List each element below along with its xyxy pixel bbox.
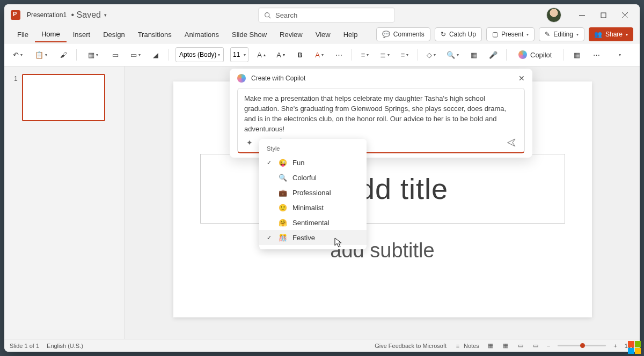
copilot-panel-icon xyxy=(237,74,246,83)
more-font-button[interactable]: ⋯ xyxy=(332,47,345,63)
festive-emoji-icon: 🎊 xyxy=(279,234,287,242)
svg-rect-3 xyxy=(601,13,606,18)
zoom-slider[interactable] xyxy=(558,345,606,346)
maximize-button[interactable] xyxy=(592,4,614,26)
overflow-button[interactable]: ⋯ xyxy=(590,47,603,63)
increase-font-button[interactable]: A▴ xyxy=(255,47,268,63)
zoom-in-button[interactable]: + xyxy=(613,343,617,349)
reading-view-icon[interactable]: ▭ xyxy=(517,342,524,350)
section-button[interactable]: ▭▾ xyxy=(128,47,143,63)
menu-tabs: File Home Insert Design Transitions Anim… xyxy=(4,26,640,43)
paste-button[interactable]: 📋▾ xyxy=(31,47,50,63)
close-button[interactable] xyxy=(614,4,635,26)
editing-chevron-icon[interactable]: ▾ xyxy=(576,32,579,37)
comments-button[interactable]: 💬 Comments xyxy=(376,27,430,41)
copilot-icon xyxy=(518,50,527,59)
style-item-minimalist[interactable]: 🙂 Minimalist xyxy=(259,200,367,215)
minimize-button[interactable] xyxy=(571,4,592,26)
status-bar: Slide 1 of 1 English (U.S.) Give Feedbac… xyxy=(4,339,640,352)
bold-button[interactable]: B xyxy=(294,47,306,63)
svg-point-0 xyxy=(265,12,269,17)
bullets-button[interactable]: ≡▾ xyxy=(358,47,371,63)
sorter-view-icon[interactable]: ▦ xyxy=(502,342,509,350)
style-item-sentimental[interactable]: 🤗 Sentimental xyxy=(259,215,367,230)
style-item-colorful[interactable]: 🔍 Colorful xyxy=(259,170,367,185)
slide-indicator[interactable]: Slide 1 of 1 xyxy=(10,343,39,349)
sparkle-icon[interactable]: ✦ xyxy=(246,138,253,147)
thumbnail-panel: 1 xyxy=(4,66,125,339)
tab-help[interactable]: Help xyxy=(337,27,364,42)
comments-icon: 💬 xyxy=(382,31,390,38)
style-dropdown-label: Style xyxy=(259,143,367,155)
tab-view[interactable]: View xyxy=(309,27,337,42)
search-input[interactable]: Search xyxy=(258,8,395,23)
style-dropdown: Style ✓ 😜 Fun 🔍 Colorful 💼 Professional xyxy=(259,139,367,249)
tab-animations[interactable]: Animations xyxy=(178,27,225,42)
share-chevron-icon[interactable]: ▾ xyxy=(626,32,628,37)
format-painter-button[interactable]: 🖌 xyxy=(57,47,70,63)
professional-emoji-icon: 💼 xyxy=(279,189,287,197)
user-avatar[interactable] xyxy=(546,8,561,23)
find-button[interactable]: 🔍▾ xyxy=(444,47,461,63)
style-item-professional[interactable]: 💼 Professional xyxy=(259,185,367,200)
font-family-select[interactable]: Aptos (Body)▾ xyxy=(175,47,224,62)
zoom-thumb[interactable] xyxy=(580,343,585,348)
undo-button[interactable]: ↶▾ xyxy=(11,47,25,63)
title-placeholder-box[interactable]: o add title xyxy=(200,154,565,224)
new-slide-button[interactable]: ▦▾ xyxy=(83,47,103,63)
minimalist-emoji-icon: 🙂 xyxy=(279,204,287,212)
zoom-out-button[interactable]: − xyxy=(547,343,550,349)
tab-transitions[interactable]: Transitions xyxy=(131,27,178,42)
normal-view-icon[interactable]: ▦ xyxy=(487,342,494,350)
share-icon: 👥 xyxy=(594,31,602,38)
notes-button[interactable]: ≡ Notes xyxy=(454,342,479,350)
present-chevron-icon[interactable]: ▾ xyxy=(526,32,529,37)
style-item-label: Colorful xyxy=(292,174,317,182)
present-icon: ▢ xyxy=(492,31,498,38)
tab-slideshow[interactable]: Slide Show xyxy=(225,27,273,42)
style-item-label: Minimalist xyxy=(292,204,324,212)
feedback-link[interactable]: Give Feedback to Microsoft xyxy=(375,343,447,349)
style-item-label: Professional xyxy=(292,189,331,197)
style-item-fun[interactable]: ✓ 😜 Fun xyxy=(259,155,367,170)
search-placeholder: Search xyxy=(275,11,297,19)
numbering-button[interactable]: ≣▾ xyxy=(378,47,392,63)
tab-home[interactable]: Home xyxy=(35,27,67,42)
style-item-label: Festive xyxy=(292,234,315,242)
font-color-button[interactable]: A▾ xyxy=(313,47,326,63)
catchup-button[interactable]: ↻ Catch Up xyxy=(435,27,482,41)
notes-icon: ≡ xyxy=(454,342,462,350)
tab-review[interactable]: Review xyxy=(273,27,309,42)
fun-emoji-icon: 😜 xyxy=(279,159,287,167)
slideshow-view-icon[interactable]: ▭ xyxy=(532,342,539,350)
designer-button[interactable]: ▦ xyxy=(467,47,480,63)
layout-button[interactable]: ▭ xyxy=(109,47,122,63)
slide-thumbnail-1[interactable] xyxy=(22,74,105,121)
subtitle-placeholder-box[interactable]: add subtitle xyxy=(200,229,565,272)
share-button[interactable]: 👥 Share ▾ xyxy=(589,27,633,41)
shapes-button[interactable]: ◇▾ xyxy=(425,47,438,63)
style-item-festive[interactable]: ✓ 🎊 Festive xyxy=(259,230,367,245)
thumbnail-number: 1 xyxy=(14,74,18,121)
copilot-ribbon-button[interactable]: Copilot xyxy=(513,47,557,63)
font-size-select[interactable]: 11▾ xyxy=(230,47,248,62)
language-indicator[interactable]: English (U.S.) xyxy=(47,343,83,349)
send-button[interactable] xyxy=(507,138,516,147)
copilot-prompt-text: Make me a presentation that helps celebr… xyxy=(244,94,518,134)
copilot-close-button[interactable]: ✕ xyxy=(518,74,525,83)
present-button[interactable]: ▢ Present ▾ xyxy=(486,27,535,41)
grid-view-button[interactable]: ▦ xyxy=(570,47,583,63)
document-title[interactable]: Presentation1 xyxy=(27,11,67,19)
chart-button[interactable]: ◢ xyxy=(149,47,162,63)
align-button[interactable]: ≡▾ xyxy=(398,47,411,63)
editing-mode-button[interactable]: ✎ Editing ▾ xyxy=(539,27,584,41)
catchup-icon: ↻ xyxy=(441,31,446,38)
decrease-font-button[interactable]: A▾ xyxy=(274,47,287,63)
tab-file[interactable]: File xyxy=(11,27,35,42)
dictate-button[interactable]: 🎤 xyxy=(487,47,500,63)
tab-design[interactable]: Design xyxy=(97,27,131,42)
style-item-label: Sentimental xyxy=(292,219,330,227)
tab-insert[interactable]: Insert xyxy=(67,27,97,42)
collapse-ribbon-button[interactable]: ▾ xyxy=(613,47,626,63)
colorful-emoji-icon: 🔍 xyxy=(279,174,287,182)
